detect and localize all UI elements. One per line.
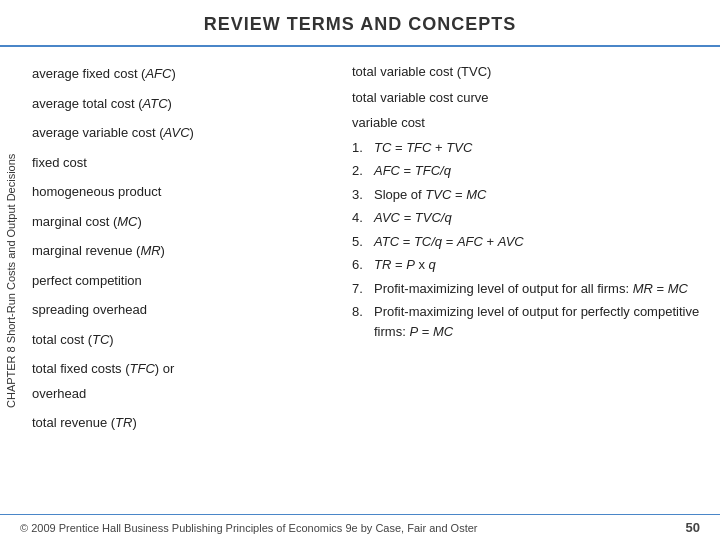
item-text: TC = TFC + TVC bbox=[374, 138, 700, 158]
list-item: average variable cost (AVC) bbox=[32, 118, 332, 148]
item-text: AFC = TFC/q bbox=[374, 161, 700, 181]
list-item: total variable cost (TVC) bbox=[352, 59, 700, 85]
list-item: total fixed costs (TFC) or bbox=[32, 354, 332, 384]
item-text: Profit-maximizing level of output for al… bbox=[374, 279, 700, 299]
item-number: 2. bbox=[352, 161, 374, 181]
list-item: variable cost bbox=[352, 110, 700, 136]
sidebar-label: CHAPTER 8 Short-Run Costs and Output Dec… bbox=[0, 47, 22, 514]
page: REVIEW TERMS AND CONCEPTS CHAPTER 8 Shor… bbox=[0, 0, 720, 540]
left-column: average fixed cost (AFC) average total c… bbox=[32, 59, 332, 514]
list-item: 2. AFC = TFC/q bbox=[352, 159, 700, 183]
list-item: marginal cost (MC) bbox=[32, 207, 332, 237]
list-item: 3. Slope of TVC = MC bbox=[352, 183, 700, 207]
list-item: marginal revenue (MR) bbox=[32, 236, 332, 266]
item-number: 6. bbox=[352, 255, 374, 275]
main-content: average fixed cost (AFC) average total c… bbox=[22, 47, 720, 514]
list-item: 6. TR = P x q bbox=[352, 253, 700, 277]
item-number: 7. bbox=[352, 279, 374, 299]
item-number: 1. bbox=[352, 138, 374, 158]
list-item: 4. AVC = TVC/q bbox=[352, 206, 700, 230]
list-item: 1. TC = TFC + TVC bbox=[352, 136, 700, 160]
item-text: AVC = TVC/q bbox=[374, 208, 700, 228]
list-item: total variable cost curve bbox=[352, 85, 700, 111]
content-area: CHAPTER 8 Short-Run Costs and Output Dec… bbox=[0, 47, 720, 514]
list-item: total revenue (TR) bbox=[32, 408, 332, 438]
list-item: average fixed cost (AFC) bbox=[32, 59, 332, 89]
right-column: total variable cost (TVC) total variable… bbox=[332, 59, 700, 514]
list-item: fixed cost bbox=[32, 148, 332, 178]
header: REVIEW TERMS AND CONCEPTS bbox=[0, 0, 720, 47]
item-number: 3. bbox=[352, 185, 374, 205]
item-text: TR = P x q bbox=[374, 255, 700, 275]
list-item: total cost (TC) bbox=[32, 325, 332, 355]
list-item: average total cost (ATC) bbox=[32, 89, 332, 119]
item-number: 4. bbox=[352, 208, 374, 228]
list-item: spreading overhead bbox=[32, 295, 332, 325]
terms-table: average fixed cost (AFC) average total c… bbox=[32, 59, 700, 514]
list-item: 5. ATC = TC/q = AFC + AVC bbox=[352, 230, 700, 254]
list-item: homogeneous product bbox=[32, 177, 332, 207]
page-title: REVIEW TERMS AND CONCEPTS bbox=[204, 14, 516, 34]
list-item: perfect competition bbox=[32, 266, 332, 296]
footer-copyright: © 2009 Prentice Hall Business Publishing… bbox=[20, 522, 478, 534]
footer: © 2009 Prentice Hall Business Publishing… bbox=[0, 514, 720, 540]
list-item: 8. Profit-maximizing level of output for… bbox=[352, 300, 700, 343]
item-text: Profit-maximizing level of output for pe… bbox=[374, 302, 700, 341]
list-item: overhead bbox=[32, 384, 332, 409]
item-number: 8. bbox=[352, 302, 374, 341]
item-text: Slope of TVC = MC bbox=[374, 185, 700, 205]
footer-page-number: 50 bbox=[686, 520, 700, 535]
list-item: 7. Profit-maximizing level of output for… bbox=[352, 277, 700, 301]
item-number: 5. bbox=[352, 232, 374, 252]
item-text: ATC = TC/q = AFC + AVC bbox=[374, 232, 700, 252]
